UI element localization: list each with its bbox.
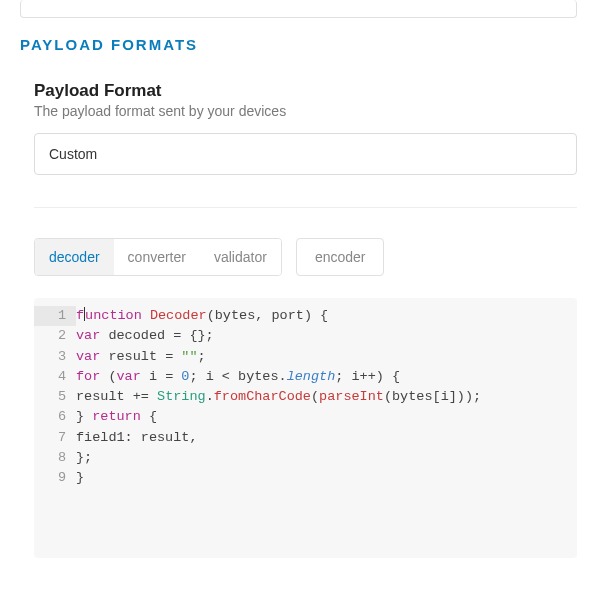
code-token: }; [76, 450, 92, 465]
code-token: Decoder [150, 308, 207, 323]
code-line: 4for (var i = 0; i < bytes.length; i++) … [34, 367, 577, 387]
code-token: ; [198, 349, 206, 364]
code-content: for (var i = 0; i < bytes.length; i++) { [76, 367, 577, 387]
gutter-line-number: 1 [34, 306, 76, 326]
code-token: ; [335, 369, 351, 384]
tab-group-main: decoder converter validator [34, 238, 282, 276]
code-token: for [76, 369, 108, 384]
code-token: ++) { [360, 369, 401, 384]
code-token: result [141, 430, 190, 445]
code-token: } [76, 470, 84, 485]
code-line: 2var decoded = {}; [34, 326, 577, 346]
code-content: } return { [76, 407, 577, 427]
code-token: var [76, 328, 108, 343]
code-token: = [165, 369, 181, 384]
code-token: result [108, 349, 165, 364]
payload-format-select[interactable]: Custom [34, 133, 577, 175]
gutter-line-number: 7 [34, 428, 76, 448]
code-token: bytes [238, 369, 279, 384]
code-content: }; [76, 448, 577, 468]
code-token: < [222, 369, 238, 384]
code-token: result [76, 389, 133, 404]
code-token: i [206, 369, 222, 384]
code-line: 1function Decoder(bytes, port) { [34, 306, 577, 326]
code-token: i [441, 389, 449, 404]
code-line: 9} [34, 468, 577, 488]
page-section-header: PAYLOAD FORMATS [20, 36, 577, 53]
code-token: i [351, 369, 359, 384]
code-token: . [279, 369, 287, 384]
tab-encoder-label: encoder [315, 249, 366, 265]
code-token: ; [189, 369, 205, 384]
code-line: 7field1: result, [34, 428, 577, 448]
code-token: ( [108, 369, 116, 384]
code-token: ( [384, 389, 392, 404]
code-token: "" [181, 349, 197, 364]
code-token: var [76, 349, 108, 364]
code-token: { [149, 409, 157, 424]
code-editor[interactable]: 1function Decoder(bytes, port) {2var dec… [34, 298, 577, 558]
code-token: i [149, 369, 165, 384]
code-token: ( [207, 308, 215, 323]
tab-decoder-label: decoder [49, 249, 100, 265]
code-token: = [165, 349, 181, 364]
code-token: {}; [189, 328, 213, 343]
code-line: 8}; [34, 448, 577, 468]
code-token: bytes [215, 308, 256, 323]
code-content: } [76, 468, 577, 488]
code-token: , [189, 430, 197, 445]
code-token: unction [85, 308, 150, 323]
code-token: ])); [449, 389, 481, 404]
top-empty-box [20, 0, 577, 18]
gutter-line-number: 2 [34, 326, 76, 346]
tab-converter[interactable]: converter [114, 239, 200, 275]
tab-encoder[interactable]: encoder [296, 238, 385, 276]
code-content: function Decoder(bytes, port) { [76, 306, 577, 326]
tab-converter-label: converter [128, 249, 186, 265]
payload-format-select-value: Custom [49, 146, 97, 162]
code-content: field1: result, [76, 428, 577, 448]
code-token: , [255, 308, 271, 323]
payload-format-title: Payload Format [34, 81, 577, 101]
code-content: var decoded = {}; [76, 326, 577, 346]
code-line: 6} return { [34, 407, 577, 427]
code-token: length [287, 369, 336, 384]
gutter-line-number: 3 [34, 347, 76, 367]
code-content: result += String.fromCharCode(parseInt(b… [76, 387, 577, 407]
content-area: Payload Format The payload format sent b… [20, 81, 577, 558]
code-token: . [206, 389, 214, 404]
code-line: 5result += String.fromCharCode(parseInt(… [34, 387, 577, 407]
text-cursor [84, 307, 85, 321]
code-token: f [76, 308, 84, 323]
code-token: parseInt [319, 389, 384, 404]
tab-validator-label: validator [214, 249, 267, 265]
code-token: ( [311, 389, 319, 404]
code-token: } [76, 409, 92, 424]
tab-decoder[interactable]: decoder [35, 239, 114, 275]
code-token: return [92, 409, 149, 424]
gutter-line-number: 6 [34, 407, 76, 427]
gutter-line-number: 4 [34, 367, 76, 387]
tabs-row: decoder converter validator encoder [34, 238, 577, 276]
code-token: fromCharCode [214, 389, 311, 404]
code-token: [ [433, 389, 441, 404]
code-token: += [133, 389, 157, 404]
code-token: : [125, 430, 141, 445]
divider [34, 207, 577, 208]
code-token: bytes [392, 389, 433, 404]
code-token: String [157, 389, 206, 404]
code-token: port [271, 308, 303, 323]
code-content: var result = ""; [76, 347, 577, 367]
gutter-line-number: 9 [34, 468, 76, 488]
code-token: decoded [108, 328, 173, 343]
code-token: = [173, 328, 189, 343]
code-token: field1 [76, 430, 125, 445]
code-line: 3var result = ""; [34, 347, 577, 367]
gutter-line-number: 8 [34, 448, 76, 468]
tab-validator[interactable]: validator [200, 239, 281, 275]
code-token: ) { [304, 308, 328, 323]
code-token: var [117, 369, 149, 384]
gutter-line-number: 5 [34, 387, 76, 407]
payload-format-description: The payload format sent by your devices [34, 103, 577, 119]
